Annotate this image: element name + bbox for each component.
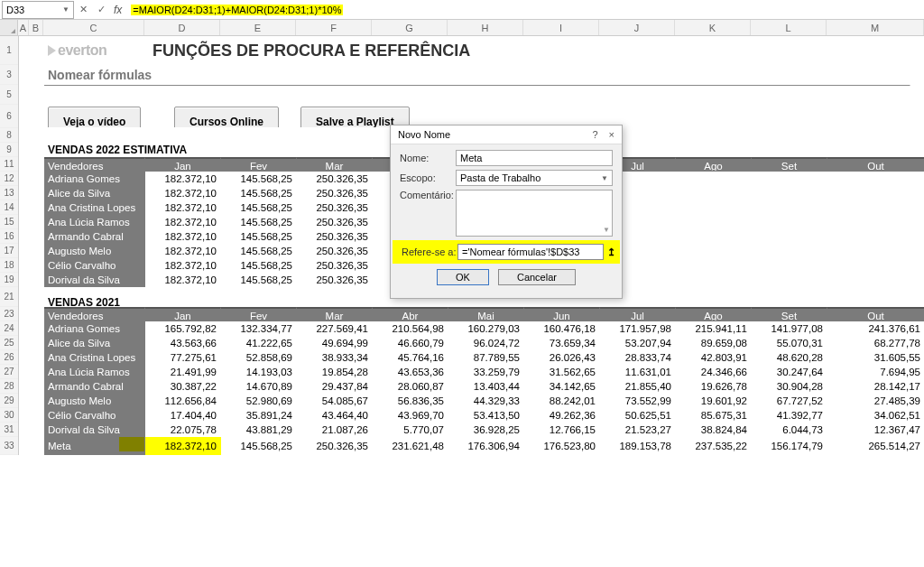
row-header[interactable]: 14 (0, 200, 18, 215)
row-header[interactable]: 15 (0, 215, 18, 229)
vendor-name: Armando Cabral (44, 379, 145, 394)
col-header[interactable]: E (220, 20, 296, 35)
comentario-input[interactable]: ▼ (456, 190, 613, 237)
row-header[interactable]: 26 (0, 350, 18, 365)
data-cell: 27.485,39 (827, 394, 924, 408)
data-cell: 28.142,17 (827, 379, 924, 394)
chevron-down-icon: ▼ (601, 174, 608, 182)
col-header[interactable]: B (29, 20, 43, 35)
row-header[interactable]: 29 (0, 394, 18, 408)
data-cell: 30.387,22 (145, 379, 221, 394)
collapse-dialog-icon[interactable]: ↥ (604, 246, 618, 258)
row-header[interactable]: 21 (0, 287, 18, 307)
page-title: FUNÇÕES DE PROCURA E REFERÊNCIA (145, 36, 687, 65)
data-cell: 7.694,95 (827, 365, 924, 379)
cancel-formula-icon[interactable]: ✕ (74, 4, 92, 15)
data-cell: 48.620,28 (752, 350, 827, 365)
data-cell: 165.792,82 (145, 321, 221, 336)
accept-formula-icon[interactable]: ✓ (92, 4, 110, 15)
row-header[interactable]: 13 (0, 186, 18, 200)
col-header[interactable]: F (296, 20, 372, 35)
referese-label: Refere-se a: (394, 246, 457, 257)
data-cell: 17.404,40 (145, 408, 221, 423)
escopo-value: Pasta de Trabalho (460, 172, 541, 183)
col-header[interactable]: M (827, 20, 924, 35)
vendor-name: Augusto Melo (44, 244, 145, 258)
col-header[interactable]: L (751, 20, 827, 35)
data-cell: 35.891,24 (221, 408, 297, 423)
cancel-button[interactable]: Cancelar (498, 269, 576, 285)
data-cell: 11.631,01 (600, 365, 676, 379)
est-cell: 250.326,35 (297, 258, 373, 273)
col-header[interactable]: I (523, 20, 599, 35)
formula-input[interactable]: =MAIOR(D24:D31;1)+MAIOR(D24:D31;1)*10% (125, 1, 924, 19)
row-header[interactable]: 30 (0, 408, 18, 423)
data-cell: 26.026,43 (524, 350, 600, 365)
fx-icon[interactable]: fx (114, 4, 122, 16)
month-header: Out (827, 307, 924, 321)
data-cell: 38.933,34 (297, 350, 373, 365)
help-icon[interactable]: ? (592, 129, 597, 140)
col-header[interactable]: J (599, 20, 675, 35)
row-header[interactable]: 28 (0, 379, 18, 394)
row-header[interactable]: 18 (0, 258, 18, 273)
est-cell: 250.326,35 (297, 244, 373, 258)
row-header[interactable]: 6 (0, 105, 18, 128)
row-header[interactable]: 1 (0, 36, 18, 65)
row-header[interactable]: 31 (0, 423, 18, 437)
close-icon[interactable]: × (609, 129, 614, 140)
formula-text: =MAIOR(D24:D31;1)+MAIOR(D24:D31;1)*10% (131, 5, 343, 15)
row-header[interactable]: 24 (0, 321, 18, 336)
col-header[interactable]: C (43, 20, 144, 35)
row-header[interactable]: 16 (0, 229, 18, 244)
row-headers: 1356891112131415161718192123242526272829… (0, 36, 19, 455)
select-all-corner[interactable] (0, 20, 18, 35)
row-header[interactable]: 12 (0, 172, 18, 186)
data-cell: 49.262,36 (524, 408, 600, 423)
row-header[interactable]: 27 (0, 365, 18, 379)
referese-input[interactable] (457, 244, 604, 260)
escopo-select[interactable]: Pasta de Trabalho ▼ (456, 170, 613, 186)
col-header[interactable]: K (675, 20, 751, 35)
data-cell: 87.789,55 (448, 350, 524, 365)
row-header[interactable]: 23 (0, 307, 18, 321)
est-cell: 250.326,35 (297, 172, 373, 186)
dialog-titlebar[interactable]: Novo Nome ? × (391, 125, 622, 144)
data-cell: 43.881,29 (221, 423, 297, 437)
vendor-name: Alice da Silva (44, 186, 145, 200)
data-cell: 38.824,84 (676, 423, 752, 437)
col-header[interactable]: H (448, 20, 523, 35)
row-header[interactable]: 33 (0, 437, 18, 455)
meta-cell: 189.153,78 (600, 437, 676, 455)
ok-button[interactable]: OK (437, 269, 489, 285)
row-header[interactable]: 25 (0, 336, 18, 350)
name-box[interactable]: D33 ▼ (2, 1, 74, 19)
row-header[interactable]: 19 (0, 273, 18, 287)
row-header[interactable]: 3 (0, 65, 18, 85)
month-header: Mar (297, 157, 373, 172)
nome-input[interactable] (456, 150, 613, 166)
chevron-down-icon[interactable]: ▼ (62, 5, 69, 14)
data-cell: 43.563,66 (145, 336, 221, 350)
col-header[interactable]: D (144, 20, 220, 35)
row-header[interactable]: 17 (0, 244, 18, 258)
data-cell: 41.222,65 (221, 336, 297, 350)
row-header[interactable]: 9 (0, 143, 18, 157)
dialog-title: Novo Nome (398, 129, 450, 140)
data-cell: 43.969,70 (373, 408, 448, 423)
data-cell: 132.334,77 (221, 321, 297, 336)
new-name-dialog: Novo Nome ? × Nome: Escopo: Pasta de Tra… (390, 125, 623, 299)
col-header[interactable]: A (18, 20, 29, 35)
data-cell: 241.376,61 (827, 321, 924, 336)
data-cell: 14.193,03 (221, 365, 297, 379)
video-button[interactable]: Veja o vídeo (44, 105, 171, 128)
est-cell: 145.568,25 (221, 215, 297, 229)
row-header[interactable]: 11 (0, 157, 18, 172)
est-cell: 145.568,25 (221, 186, 297, 200)
col-header[interactable]: G (372, 20, 448, 35)
row-header[interactable]: 5 (0, 85, 18, 105)
cursos-button[interactable]: Cursos Online (171, 105, 297, 128)
escopo-label: Escopo: (400, 172, 456, 183)
meta-label: Meta (44, 437, 145, 455)
row-header[interactable]: 8 (0, 128, 18, 143)
